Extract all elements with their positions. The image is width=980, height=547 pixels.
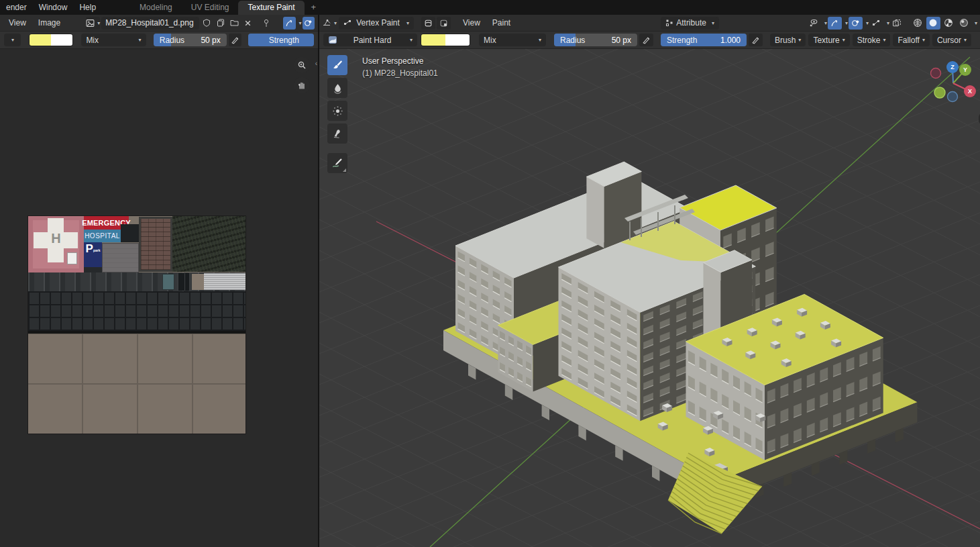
workspace-tabs: Modeling UV Editing Texture Paint + — [130, 0, 323, 15]
shading-rendered-icon[interactable] — [957, 17, 971, 30]
region-collapse-arrow[interactable]: ‹ — [315, 60, 317, 67]
viewport-gizmos-dropdown-icon[interactable]: ▾ — [845, 20, 848, 26]
viewport-toolbar — [327, 55, 347, 173]
viewport-color-swatches[interactable] — [421, 34, 470, 46]
viewport-pane: ▾ Vertex Paint▾ View Paint Attribute▾ ▾ … — [319, 15, 980, 547]
viewport-tool-settings: Paint Hard▾ Mix▾ Radius 50 px Strength 1… — [319, 32, 980, 49]
viewport-blend-mode-select[interactable]: Mix▾ — [479, 34, 546, 46]
texture-hospital-banner: HOSPITAL — [84, 230, 121, 242]
texture-dark-mottled-tile — [172, 216, 246, 272]
texture-hospital-sign: H — [28, 216, 84, 272]
viewport-header: ▾ Vertex Paint▾ View Paint Attribute▾ ▾ … — [319, 15, 980, 32]
texture-brick-tile — [139, 217, 172, 272]
viewport-strength-slider[interactable]: Strength 1.000 — [661, 34, 747, 46]
viewport-paint-menu[interactable]: Paint — [486, 17, 516, 29]
image-strength-slider[interactable]: Strength — [248, 34, 314, 46]
viewport-overlays-toggle-icon[interactable] — [849, 17, 863, 30]
texture-window-grid — [28, 291, 246, 331]
vertex-group-icon[interactable] — [869, 17, 883, 30]
svg-text:Z: Z — [950, 64, 955, 70]
image-zoom-button[interactable] — [294, 57, 310, 73]
texture-parking-sign: Ppark — [84, 242, 102, 267]
gizmos-toggle-icon[interactable] — [283, 17, 295, 30]
viewport-radius-pressure-icon[interactable] — [639, 34, 653, 46]
menu-help[interactable]: Help — [73, 1, 102, 13]
new-image-icon[interactable] — [215, 17, 227, 30]
image-editor-pane: View Image ▾ MP28_Hospital01_d.png ▾ ▾ — [0, 15, 318, 547]
tab-texture-paint[interactable]: Texture Paint — [238, 1, 304, 15]
viewport-primary-color[interactable] — [421, 34, 445, 46]
unlink-image-icon[interactable] — [241, 17, 254, 30]
xray-toggle-icon[interactable] — [890, 17, 904, 30]
svg-text:X: X — [968, 88, 972, 95]
cursor-popover[interactable]: Cursor▾ — [932, 34, 971, 46]
texture-small-window — [84, 267, 102, 272]
paint-mask-toggle-icon[interactable] — [421, 17, 435, 30]
browse-image-icon[interactable]: ▾ — [86, 17, 100, 30]
image-blend-mode-select[interactable]: Mix▾ — [81, 34, 146, 46]
pin-icon[interactable] — [260, 17, 272, 30]
texture-elevator-doors — [177, 273, 190, 291]
menu-render[interactable]: ender — [0, 1, 33, 13]
image-radius-slider[interactable]: Radius 50 px — [154, 34, 227, 46]
vertex-mask-toggle-icon[interactable] — [437, 17, 451, 30]
show-gizmo-eye-icon[interactable] — [807, 17, 821, 30]
topbar: ender Window Help Modeling UV Editing Te… — [0, 0, 980, 15]
viewport-canvas[interactable]: ZYX User Perspective (1) MP28_Hospital01 — [319, 49, 980, 547]
viewport-secondary-color[interactable] — [445, 34, 470, 46]
attribute-select[interactable]: Attribute▾ — [661, 17, 719, 30]
viewport-gizmos-toggle-icon[interactable] — [828, 17, 842, 30]
add-workspace-button[interactable]: + — [305, 0, 323, 15]
editor-type-icon[interactable]: ▾ — [323, 17, 337, 30]
brush-select[interactable]: Paint Hard▾ — [323, 34, 417, 46]
tab-modeling[interactable]: Modeling — [130, 1, 182, 15]
image-tool-settings: ▾ Mix▾ Radius 50 px Strength — [0, 32, 318, 49]
shading-wireframe-icon[interactable] — [911, 17, 925, 30]
shading-solid-icon[interactable] — [926, 17, 940, 30]
image-pan-hand-button[interactable] — [294, 77, 310, 93]
brush-popover[interactable]: Brush▾ — [770, 34, 806, 46]
svg-text:Y: Y — [963, 66, 967, 73]
tab-uv-editing[interactable]: UV Editing — [182, 1, 239, 15]
viewport-overlay-text: User Perspective (1) MP28_Hospital01 — [362, 55, 438, 79]
texture-teal-window — [162, 274, 174, 290]
texture-beige-panel — [192, 274, 204, 290]
average-tool[interactable] — [327, 101, 347, 121]
annotate-tool[interactable] — [327, 153, 347, 173]
stroke-popover[interactable]: Stroke▾ — [853, 34, 891, 46]
viewport-view-menu[interactable]: View — [457, 17, 486, 29]
secondary-color-swatch[interactable] — [51, 34, 72, 46]
menu-window[interactable]: Window — [33, 1, 74, 13]
overlays-toggle-icon[interactable] — [303, 17, 315, 30]
fake-user-shield-icon[interactable] — [201, 17, 213, 30]
draw-brush-tool[interactable] — [327, 55, 347, 75]
radius-pressure-icon[interactable] — [229, 34, 241, 46]
image-brush-select[interactable]: ▾ — [4, 34, 21, 46]
blur-tool[interactable] — [327, 78, 347, 98]
shading-dropdown-icon[interactable]: ▾ — [975, 20, 977, 26]
image-color-swatches[interactable] — [29, 34, 73, 46]
open-image-folder-icon[interactable] — [228, 17, 240, 30]
viewport-radius-slider[interactable]: Radius 50 px — [554, 34, 637, 46]
image-image-menu[interactable]: Image — [32, 17, 66, 29]
texture-window-block — [121, 224, 139, 242]
image-name-field[interactable]: MP28_Hospital01_d.png — [101, 17, 199, 30]
texture-concrete-door — [102, 243, 139, 272]
smear-tool[interactable] — [327, 123, 347, 144]
texture-white-blinds — [204, 273, 246, 290]
shading-material-icon[interactable] — [942, 17, 956, 30]
gizmos-dropdown-icon[interactable]: ▾ — [299, 20, 302, 26]
viewport-overlays-dropdown-icon[interactable]: ▾ — [866, 20, 869, 26]
image-editor-header: View Image ▾ MP28_Hospital01_d.png ▾ — [0, 15, 318, 32]
mode-select[interactable]: Vertex Paint▾ — [339, 17, 414, 30]
image-editor-canvas[interactable]: H EMERGENCY HOSPITAL Ppark ‹ — [0, 49, 318, 547]
primary-color-swatch[interactable] — [30, 34, 51, 46]
image-view-menu[interactable]: View — [3, 17, 32, 29]
show-gizmo-dropdown-icon[interactable]: ▾ — [824, 20, 827, 26]
vertex-group-dropdown-icon[interactable]: ▾ — [887, 20, 889, 26]
active-object-label: (1) MP28_Hospital01 — [362, 67, 438, 79]
texture-popover[interactable]: Texture▾ — [808, 34, 849, 46]
falloff-popover[interactable]: Falloff▾ — [893, 34, 929, 46]
hospital-texture-image[interactable]: H EMERGENCY HOSPITAL Ppark — [28, 216, 246, 434]
viewport-strength-pressure-icon[interactable] — [749, 34, 763, 46]
